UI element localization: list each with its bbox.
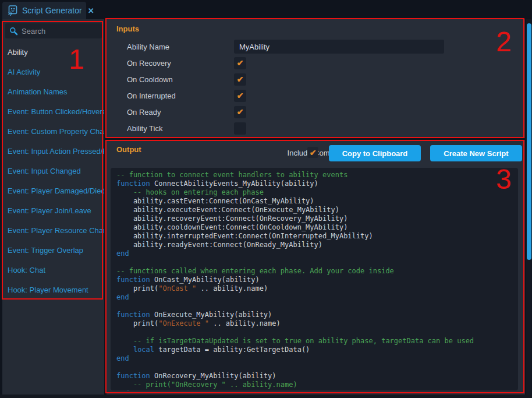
tab-script-generator[interactable]: Script Generator ✕: [2, 2, 86, 19]
sidebar-item[interactable]: Event: Trigger Overlap: [2, 241, 104, 260]
search-icon: [9, 27, 18, 36]
checkmark-icon: ✔: [237, 91, 244, 100]
output-panel-title: Output: [116, 145, 141, 154]
search-placeholder: Search: [22, 27, 45, 36]
code-line: ability.castEvent:Connect(OnCast_MyAbili…: [116, 197, 518, 206]
field-checkbox[interactable]: ✔: [234, 106, 246, 118]
title-bar: Script Generator ✕: [0, 0, 532, 19]
generated-code-output[interactable]: -- function to connect event handlers to…: [111, 168, 518, 390]
sidebar-item[interactable]: Hook: Player Movement: [2, 280, 104, 300]
sidebar-item[interactable]: Event: Input Action Pressed/Released: [2, 142, 104, 161]
script-type-sidebar: Search AbilityAI ActivityAnimation Names…: [2, 19, 104, 395]
code-line: [116, 258, 518, 267]
code-line: -- hooks on entering each phase: [116, 188, 518, 197]
input-row: On Recovery✔: [107, 55, 525, 71]
code-line: end: [116, 354, 518, 363]
code-line: ability.recoveryEvent:Connect(OnRecovery…: [116, 214, 518, 223]
code-line: ability.interruptedEvent:Connect(OnInter…: [116, 232, 518, 241]
code-line: end: [116, 293, 518, 302]
inputs-panel: Inputs Ability NameOn Recovery✔On Cooldo…: [107, 19, 525, 138]
code-line: print("OnExecute " .. ability.name): [116, 319, 518, 328]
field-checkbox[interactable]: ✔: [234, 122, 246, 135]
code-line: -- if isTargetDataUpdated is set to true…: [116, 337, 518, 346]
search-input[interactable]: Search: [5, 23, 102, 38]
code-line: function ConnectAbilityEvents_MyAbility(…: [116, 179, 518, 188]
code-line: end: [116, 249, 518, 258]
code-line: -- print("OnRecovery " .. ability.name): [116, 381, 518, 389]
input-row: Ability Tick✔: [107, 120, 525, 136]
inputs-panel-title: Inputs: [116, 24, 139, 33]
sidebar-item[interactable]: Event: Custom Property Changed: [2, 122, 104, 142]
output-header: Output Include Comments ✔ Copy to Clipbo…: [107, 140, 525, 166]
sidebar-item[interactable]: Hook: Chat: [2, 260, 104, 280]
copy-to-clipboard-button[interactable]: Copy to Clipboard: [329, 145, 421, 161]
checkmark-icon: ✔: [237, 108, 244, 116]
tab-title: Script Generator: [22, 6, 82, 15]
code-line: ability.executeEvent:Connect(OnExecute_M…: [116, 206, 518, 214]
include-comments-checkbox[interactable]: ✔: [307, 147, 318, 158]
code-line: ability.cooldownEvent:Connect(OnCooldown…: [116, 223, 518, 232]
output-panel: Output Include Comments ✔ Copy to Clipbo…: [107, 140, 525, 395]
script-type-list: AbilityAI ActivityAnimation NamesEvent: …: [2, 43, 104, 300]
sidebar-item[interactable]: AI Activity: [2, 62, 104, 82]
field-label: On Cooldown: [127, 75, 234, 84]
field-label: On Ready: [127, 108, 234, 117]
input-row: On Cooldown✔: [107, 71, 525, 87]
input-row: On Interrupted✔: [107, 87, 525, 104]
sidebar-item[interactable]: Event: Player Join/Leave: [2, 201, 104, 221]
tab-close-icon[interactable]: ✕: [88, 6, 94, 15]
field-checkbox[interactable]: ✔: [234, 73, 246, 86]
code-line: -- functions called when entering each p…: [116, 267, 518, 276]
input-row: Ability Name: [107, 38, 525, 55]
checkmark-icon: ✔: [237, 75, 244, 83]
field-label: Ability Tick: [127, 124, 234, 133]
code-line: print("OnCast " .. ability.name): [116, 284, 518, 293]
inputs-form: Ability NameOn Recovery✔On Cooldown✔On I…: [107, 38, 525, 136]
field-label: On Recovery: [127, 59, 234, 68]
create-new-script-button[interactable]: Create New Script: [430, 145, 522, 161]
checkmark-icon: ✔: [310, 149, 317, 157]
window-bottom-edge: [0, 395, 532, 398]
script-generator-icon: [7, 5, 19, 16]
code-line: [116, 328, 518, 337]
ability-name-input[interactable]: [234, 40, 444, 54]
field-checkbox[interactable]: ✔: [234, 90, 246, 102]
sidebar-item[interactable]: Ability: [2, 43, 104, 62]
code-line: function OnRecovery_MyAbility(ability): [116, 372, 518, 381]
code-line: end: [116, 389, 518, 390]
sidebar-item[interactable]: Event: Input Changed: [2, 161, 104, 181]
scrollbar-thumb[interactable]: [527, 23, 531, 260]
field-label: Ability Name: [127, 43, 234, 51]
sidebar-item[interactable]: Animation Names: [2, 82, 104, 102]
code-line: -- function to connect event handlers to…: [116, 171, 518, 179]
field-checkbox[interactable]: ✔: [234, 57, 246, 69]
sidebar-item[interactable]: Event: Player Damaged/Died/Respawned: [2, 181, 104, 201]
checkmark-icon: ✔: [237, 59, 244, 67]
code-line: [116, 363, 518, 372]
code-line: local targetData = ability:GetTargetData…: [116, 346, 518, 354]
code-line: ability.readyEvent:Connect(OnReady_MyAbi…: [116, 241, 518, 249]
code-line: [116, 302, 518, 311]
input-row: On Ready✔: [107, 104, 525, 120]
code-line: function OnCast_MyAbility(ability): [116, 276, 518, 284]
code-line: function OnExecute_MyAbility(ability): [116, 311, 518, 319]
field-label: On Interrupted: [127, 91, 234, 100]
sidebar-item[interactable]: Event: Button Clicked/Hovered: [2, 102, 104, 122]
sidebar-item[interactable]: Event: Player Resource Changed: [2, 221, 104, 241]
